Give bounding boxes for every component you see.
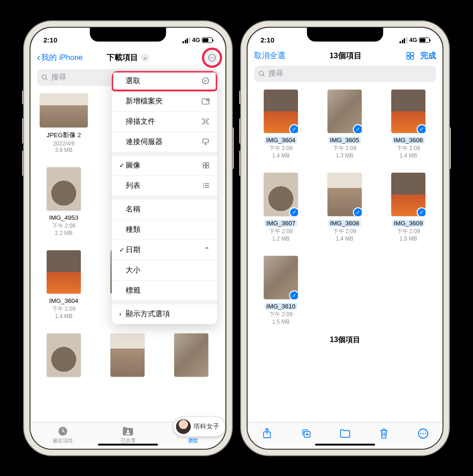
signal-icon [182,37,190,43]
power-button [232,127,234,169]
file-item[interactable]: ✓ IMG_3606 下午 2:09 1.4 MB [384,90,432,159]
search-input[interactable]: 搜尋 [254,66,436,82]
search-placeholder: 搜尋 [268,69,283,78]
svg-rect-12 [203,166,206,168]
menu-separator [112,301,217,304]
file-item[interactable]: ✓ IMG_3607 下午 2:09 1.2 MB [257,173,305,242]
share-button[interactable] [257,425,277,442]
file-item[interactable]: IMG_3604 下午 2:09 1.4 MB [40,250,88,319]
file-item[interactable]: IMG_4953 下午 2:06 2.2 MB [40,167,88,236]
file-date: 下午 2:09 [52,305,76,313]
file-size: 3.8 MB [55,147,73,153]
chevron-up-icon: ⌃ [204,246,210,254]
file-name: IMG_3604 [265,137,297,144]
menu-label: 新增檔案夾 [126,96,201,106]
chevron-right-icon: › [119,310,126,318]
menu-sort-size[interactable]: 大小 [112,260,217,281]
svg-point-21 [127,430,129,433]
file-date: 下午 2:06 [52,222,76,230]
done-button[interactable]: 完成 [420,51,436,61]
status-time: 2:10 [261,36,274,44]
more-button[interactable] [205,51,219,65]
svg-rect-13 [206,166,209,168]
menu-select[interactable]: 選取 [112,71,217,91]
file-item[interactable]: ✓ IMG_3610 下午 2:09 1.5 MB [257,256,305,325]
menu-sort-name[interactable]: 名稱 [112,199,217,220]
folder-plus-icon [201,98,210,105]
notch [90,28,166,42]
menu-scan[interactable]: 掃描文件 [112,112,217,132]
tab-shared[interactable]: 已共享 [96,422,161,445]
scan-icon [201,117,210,126]
svg-rect-23 [411,52,414,55]
menu-connect-server[interactable]: 連接伺服器 [112,132,217,152]
file-item[interactable]: JPEG影像 2 2022/4/9 3.8 MB [40,93,88,153]
svg-point-3 [213,57,214,58]
view-toggle-button[interactable] [406,51,415,60]
selected-check-icon: ✓ [417,207,425,216]
grid-icon [406,51,415,60]
menu-view-icons[interactable]: ✓圖像 [112,156,217,176]
deselect-all-button[interactable]: 取消全選 [254,51,285,61]
menu-sort-date[interactable]: ✓日期 ⌃ [112,240,217,260]
chevron-left-icon: ‹ [37,53,40,63]
selected-check-icon: ✓ [289,207,298,216]
tab-recents[interactable]: 最近項目 [30,422,96,445]
svg-point-33 [424,433,426,434]
menu-new-folder[interactable]: 新增檔案夾 [112,91,217,112]
duplicate-button[interactable] [296,425,316,442]
svg-line-5 [46,78,47,80]
selected-check-icon: ✓ [417,124,425,133]
menu-label: 種類 [126,225,210,235]
file-item[interactable]: ✓ IMG_3608 下午 2:09 1.4 MB [321,173,369,242]
file-item[interactable] [40,333,88,377]
file-name: IMG_3604 [49,297,78,304]
svg-rect-22 [406,52,410,55]
delete-button[interactable] [374,425,394,442]
watermark-text: 塔科女子 [194,422,219,431]
server-icon [201,138,210,146]
menu-view-list[interactable]: 列表 [112,176,217,196]
home-indicator[interactable] [98,444,158,446]
file-item[interactable]: ✓ IMG_3604 下午 2:09 1.4 MB [257,90,305,159]
status-right: 4G [182,36,212,43]
file-item[interactable]: ✓ IMG_3605 下午 2:09 1.3 MB [321,90,369,159]
phone-screen-left: 2:10 4G ‹ 我的 iPhone 下載項目 ⌄ [30,28,225,449]
battery-icon [202,37,212,43]
file-date: 下午 2:09 [397,228,420,235]
back-button[interactable]: ‹ 我的 iPhone [37,53,83,63]
file-item[interactable] [167,333,215,377]
share-icon [262,428,272,440]
file-size: 1.4 MB [272,152,290,159]
svg-rect-11 [206,163,209,165]
file-size: 1.4 MB [55,313,73,319]
phone-right: 2:10 4G 取消全選 13個項目 完成 搜尋 [241,21,449,455]
power-button [449,127,451,169]
tab-label: 最近項目 [53,438,73,444]
selected-check-icon: ✓ [289,124,298,133]
menu-display-options[interactable]: ›顯示方式選項 [112,304,217,324]
grid-icon [202,162,210,169]
duplicate-icon [301,428,311,439]
menu-sort-tags[interactable]: 標籤 [112,281,217,301]
menu-label: 日期 [126,245,204,255]
nav-title[interactable]: 下載項目 ⌄ [107,53,149,63]
svg-rect-8 [204,120,207,123]
file-grid[interactable]: ✓ IMG_3604 下午 2:09 1.4 MB ✓ IMG_3605 下午 … [248,85,443,422]
nav-title: 13個項目 [329,51,361,61]
svg-point-16 [203,185,204,186]
home-indicator[interactable] [315,444,375,446]
menu-label: 掃描文件 [126,117,201,127]
svg-rect-10 [203,163,206,165]
menu-sort-kind[interactable]: 種類 [112,220,217,240]
more-button[interactable] [413,425,433,442]
svg-point-4 [42,75,46,79]
file-date: 下午 2:09 [333,228,357,235]
move-button[interactable] [335,425,355,442]
file-item[interactable]: ✓ IMG_3609 下午 2:09 1.5 MB [384,173,432,242]
file-item[interactable] [103,333,152,377]
phone-screen-right: 2:10 4G 取消全選 13個項目 完成 搜尋 [248,28,443,449]
folder-icon [340,429,351,438]
search-icon [258,70,266,78]
file-name: IMG_4953 [49,214,78,221]
